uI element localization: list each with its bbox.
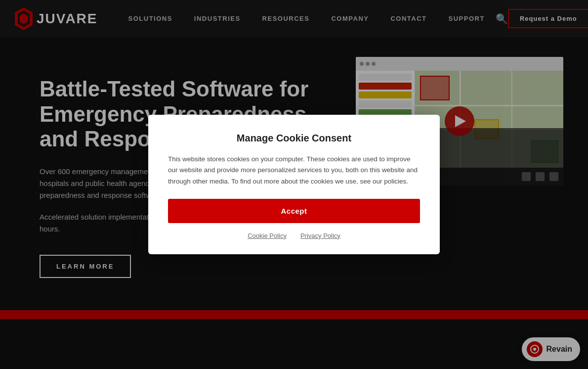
- privacy-policy-link[interactable]: Privacy Policy: [300, 232, 340, 239]
- cookie-body: This website stores cookies on your comp…: [168, 154, 420, 187]
- cookie-links: Cookie Policy Privacy Policy: [168, 232, 420, 239]
- cookie-policy-link[interactable]: Cookie Policy: [248, 232, 287, 239]
- cookie-modal-overlay: Manage Cookie Consent This website store…: [0, 0, 588, 369]
- cookie-title: Manage Cookie Consent: [168, 133, 420, 144]
- cookie-accept-button[interactable]: Accept: [168, 199, 420, 223]
- cookie-modal: Manage Cookie Consent This website store…: [148, 115, 440, 254]
